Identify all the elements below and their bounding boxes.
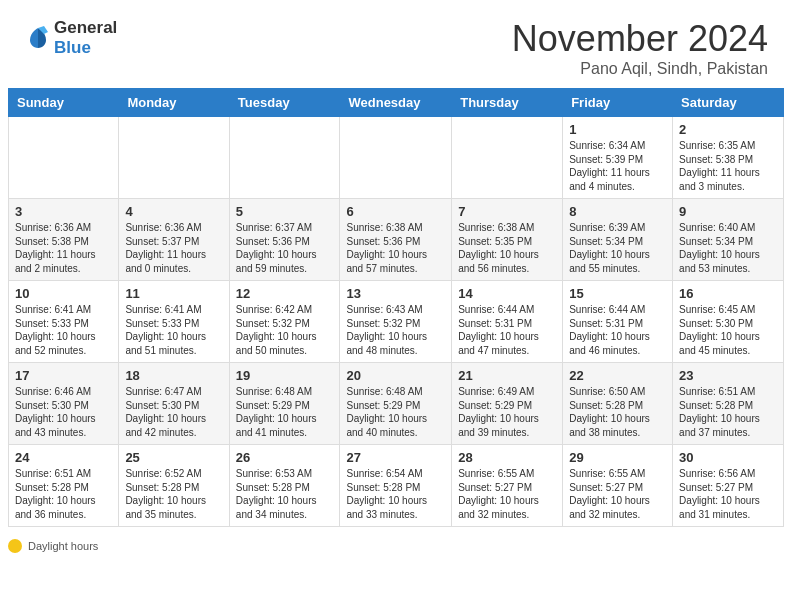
calendar-day-cell: 28Sunrise: 6:55 AM Sunset: 5:27 PM Dayli…: [452, 445, 563, 527]
header-monday: Monday: [119, 89, 229, 117]
title-block: November 2024 Pano Aqil, Sindh, Pakistan: [512, 18, 768, 78]
day-number: 23: [679, 368, 777, 383]
month-title: November 2024: [512, 18, 768, 60]
calendar-day-cell: 22Sunrise: 6:50 AM Sunset: 5:28 PM Dayli…: [563, 363, 673, 445]
day-info: Sunrise: 6:45 AM Sunset: 5:30 PM Dayligh…: [679, 303, 777, 357]
calendar-day-cell: 16Sunrise: 6:45 AM Sunset: 5:30 PM Dayli…: [673, 281, 784, 363]
calendar-day-cell: 10Sunrise: 6:41 AM Sunset: 5:33 PM Dayli…: [9, 281, 119, 363]
calendar-day-cell: 19Sunrise: 6:48 AM Sunset: 5:29 PM Dayli…: [229, 363, 340, 445]
calendar-day-cell: 4Sunrise: 6:36 AM Sunset: 5:37 PM Daylig…: [119, 199, 229, 281]
calendar-day-cell: [9, 117, 119, 199]
calendar-day-cell: 7Sunrise: 6:38 AM Sunset: 5:35 PM Daylig…: [452, 199, 563, 281]
calendar-day-cell: 9Sunrise: 6:40 AM Sunset: 5:34 PM Daylig…: [673, 199, 784, 281]
calendar-week-row: 24Sunrise: 6:51 AM Sunset: 5:28 PM Dayli…: [9, 445, 784, 527]
header-tuesday: Tuesday: [229, 89, 340, 117]
calendar-day-cell: 27Sunrise: 6:54 AM Sunset: 5:28 PM Dayli…: [340, 445, 452, 527]
day-info: Sunrise: 6:51 AM Sunset: 5:28 PM Dayligh…: [15, 467, 112, 521]
header-friday: Friday: [563, 89, 673, 117]
header-sunday: Sunday: [9, 89, 119, 117]
header-row: Sunday Monday Tuesday Wednesday Thursday…: [9, 89, 784, 117]
calendar-day-cell: [340, 117, 452, 199]
logo: General Blue: [24, 18, 117, 58]
calendar-day-cell: 2Sunrise: 6:35 AM Sunset: 5:38 PM Daylig…: [673, 117, 784, 199]
day-number: 7: [458, 204, 556, 219]
day-info: Sunrise: 6:38 AM Sunset: 5:36 PM Dayligh…: [346, 221, 445, 275]
calendar-day-cell: 17Sunrise: 6:46 AM Sunset: 5:30 PM Dayli…: [9, 363, 119, 445]
calendar-day-cell: 26Sunrise: 6:53 AM Sunset: 5:28 PM Dayli…: [229, 445, 340, 527]
calendar-day-cell: 30Sunrise: 6:56 AM Sunset: 5:27 PM Dayli…: [673, 445, 784, 527]
day-info: Sunrise: 6:54 AM Sunset: 5:28 PM Dayligh…: [346, 467, 445, 521]
calendar-day-cell: 18Sunrise: 6:47 AM Sunset: 5:30 PM Dayli…: [119, 363, 229, 445]
header-wednesday: Wednesday: [340, 89, 452, 117]
day-number: 17: [15, 368, 112, 383]
day-info: Sunrise: 6:43 AM Sunset: 5:32 PM Dayligh…: [346, 303, 445, 357]
day-info: Sunrise: 6:51 AM Sunset: 5:28 PM Dayligh…: [679, 385, 777, 439]
day-info: Sunrise: 6:46 AM Sunset: 5:30 PM Dayligh…: [15, 385, 112, 439]
day-info: Sunrise: 6:36 AM Sunset: 5:37 PM Dayligh…: [125, 221, 222, 275]
day-number: 28: [458, 450, 556, 465]
calendar-week-row: 3Sunrise: 6:36 AM Sunset: 5:38 PM Daylig…: [9, 199, 784, 281]
day-number: 24: [15, 450, 112, 465]
day-number: 16: [679, 286, 777, 301]
day-number: 11: [125, 286, 222, 301]
calendar-day-cell: 29Sunrise: 6:55 AM Sunset: 5:27 PM Dayli…: [563, 445, 673, 527]
day-info: Sunrise: 6:34 AM Sunset: 5:39 PM Dayligh…: [569, 139, 666, 193]
footer-legend: Daylight hours: [0, 535, 792, 557]
calendar-day-cell: 8Sunrise: 6:39 AM Sunset: 5:34 PM Daylig…: [563, 199, 673, 281]
daylight-label: Daylight hours: [28, 540, 98, 552]
day-info: Sunrise: 6:56 AM Sunset: 5:27 PM Dayligh…: [679, 467, 777, 521]
calendar-day-cell: 20Sunrise: 6:48 AM Sunset: 5:29 PM Dayli…: [340, 363, 452, 445]
calendar-day-cell: [229, 117, 340, 199]
calendar-day-cell: [452, 117, 563, 199]
day-info: Sunrise: 6:42 AM Sunset: 5:32 PM Dayligh…: [236, 303, 334, 357]
calendar-week-row: 17Sunrise: 6:46 AM Sunset: 5:30 PM Dayli…: [9, 363, 784, 445]
day-info: Sunrise: 6:40 AM Sunset: 5:34 PM Dayligh…: [679, 221, 777, 275]
calendar-day-cell: 5Sunrise: 6:37 AM Sunset: 5:36 PM Daylig…: [229, 199, 340, 281]
day-info: Sunrise: 6:48 AM Sunset: 5:29 PM Dayligh…: [236, 385, 334, 439]
day-info: Sunrise: 6:37 AM Sunset: 5:36 PM Dayligh…: [236, 221, 334, 275]
day-number: 9: [679, 204, 777, 219]
calendar-week-row: 10Sunrise: 6:41 AM Sunset: 5:33 PM Dayli…: [9, 281, 784, 363]
calendar-day-cell: 3Sunrise: 6:36 AM Sunset: 5:38 PM Daylig…: [9, 199, 119, 281]
day-info: Sunrise: 6:50 AM Sunset: 5:28 PM Dayligh…: [569, 385, 666, 439]
day-number: 1: [569, 122, 666, 137]
day-number: 26: [236, 450, 334, 465]
calendar-day-cell: 25Sunrise: 6:52 AM Sunset: 5:28 PM Dayli…: [119, 445, 229, 527]
calendar-wrapper: Sunday Monday Tuesday Wednesday Thursday…: [0, 88, 792, 535]
calendar-day-cell: 11Sunrise: 6:41 AM Sunset: 5:33 PM Dayli…: [119, 281, 229, 363]
calendar-day-cell: [119, 117, 229, 199]
day-number: 27: [346, 450, 445, 465]
day-number: 15: [569, 286, 666, 301]
day-info: Sunrise: 6:41 AM Sunset: 5:33 PM Dayligh…: [15, 303, 112, 357]
header-thursday: Thursday: [452, 89, 563, 117]
logo-general-text: General: [54, 18, 117, 37]
day-info: Sunrise: 6:44 AM Sunset: 5:31 PM Dayligh…: [458, 303, 556, 357]
day-number: 30: [679, 450, 777, 465]
day-number: 21: [458, 368, 556, 383]
day-info: Sunrise: 6:49 AM Sunset: 5:29 PM Dayligh…: [458, 385, 556, 439]
calendar-day-cell: 24Sunrise: 6:51 AM Sunset: 5:28 PM Dayli…: [9, 445, 119, 527]
day-number: 22: [569, 368, 666, 383]
calendar-day-cell: 1Sunrise: 6:34 AM Sunset: 5:39 PM Daylig…: [563, 117, 673, 199]
day-info: Sunrise: 6:41 AM Sunset: 5:33 PM Dayligh…: [125, 303, 222, 357]
day-number: 8: [569, 204, 666, 219]
day-number: 13: [346, 286, 445, 301]
calendar-day-cell: 13Sunrise: 6:43 AM Sunset: 5:32 PM Dayli…: [340, 281, 452, 363]
day-info: Sunrise: 6:35 AM Sunset: 5:38 PM Dayligh…: [679, 139, 777, 193]
day-info: Sunrise: 6:36 AM Sunset: 5:38 PM Dayligh…: [15, 221, 112, 275]
calendar-day-cell: 23Sunrise: 6:51 AM Sunset: 5:28 PM Dayli…: [673, 363, 784, 445]
calendar-day-cell: 6Sunrise: 6:38 AM Sunset: 5:36 PM Daylig…: [340, 199, 452, 281]
day-info: Sunrise: 6:47 AM Sunset: 5:30 PM Dayligh…: [125, 385, 222, 439]
day-number: 18: [125, 368, 222, 383]
day-info: Sunrise: 6:44 AM Sunset: 5:31 PM Dayligh…: [569, 303, 666, 357]
sun-icon: [8, 539, 22, 553]
day-number: 10: [15, 286, 112, 301]
day-number: 3: [15, 204, 112, 219]
logo-icon: [24, 24, 52, 52]
day-info: Sunrise: 6:55 AM Sunset: 5:27 PM Dayligh…: [458, 467, 556, 521]
day-info: Sunrise: 6:39 AM Sunset: 5:34 PM Dayligh…: [569, 221, 666, 275]
day-number: 12: [236, 286, 334, 301]
day-info: Sunrise: 6:53 AM Sunset: 5:28 PM Dayligh…: [236, 467, 334, 521]
day-number: 29: [569, 450, 666, 465]
calendar-day-cell: 12Sunrise: 6:42 AM Sunset: 5:32 PM Dayli…: [229, 281, 340, 363]
